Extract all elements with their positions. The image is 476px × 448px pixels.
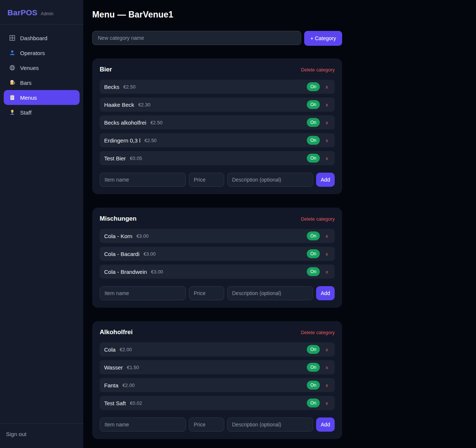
- remove-item-button[interactable]: x: [324, 233, 331, 239]
- category-header: Mischungen Delete category: [100, 215, 335, 223]
- operators-icon: [9, 50, 15, 56]
- sidebar-item-operators[interactable]: Operators: [4, 45, 80, 60]
- menu-item-row: Test Saft €0.02 On x: [100, 396, 335, 410]
- new-category-form: + Category: [92, 31, 342, 46]
- sidebar-item-venues[interactable]: Venues: [4, 60, 80, 75]
- remove-item-button[interactable]: x: [324, 400, 331, 406]
- item-name-input[interactable]: [100, 417, 186, 432]
- item-description-input[interactable]: [227, 173, 313, 187]
- delete-category-button[interactable]: Delete category: [301, 216, 335, 222]
- category-title: Mischungen: [100, 215, 136, 223]
- item-price: €2.30: [138, 102, 151, 108]
- item-price: €2.00: [120, 347, 132, 352]
- item-on-toggle[interactable]: On: [307, 154, 319, 163]
- sidebar-item-label: Bars: [20, 80, 32, 86]
- menu-item-row: Cola €2.00 On x: [100, 342, 335, 356]
- item-on-toggle[interactable]: On: [307, 267, 319, 276]
- sidebar-item-staff[interactable]: Staff: [4, 105, 80, 120]
- category-title: Bier: [100, 66, 112, 73]
- remove-item-button[interactable]: x: [324, 347, 331, 352]
- category-header: Bier Delete category: [100, 66, 335, 73]
- item-name: Test Bier: [104, 155, 126, 161]
- sidebar-item-dashboard[interactable]: Dashboard: [4, 31, 80, 45]
- item-on-toggle[interactable]: On: [307, 231, 319, 240]
- item-on-toggle[interactable]: On: [307, 136, 319, 145]
- menu-item-row: Wasser €1.50 On x: [100, 360, 335, 374]
- item-on-toggle[interactable]: On: [307, 82, 319, 91]
- menus-icon: [9, 95, 15, 101]
- sidebar-footer: Sign out: [0, 423, 83, 448]
- brand-logo: BarPOS: [7, 8, 38, 17]
- category-title: Alkoholfrei: [100, 329, 133, 336]
- item-description-input[interactable]: [227, 286, 313, 300]
- item-name: Test Saft: [104, 400, 126, 406]
- item-on-toggle[interactable]: On: [307, 249, 319, 258]
- item-name-input[interactable]: [100, 173, 186, 187]
- item-rows: Cola - Korn €3.00 On x Cola - Bacardi €3…: [100, 229, 335, 279]
- main-content: Menu — BarVenue1 + Category Bier Delete …: [83, 0, 476, 448]
- item-name: Erdingern 0,3 l: [104, 137, 141, 144]
- delete-category-button[interactable]: Delete category: [301, 330, 335, 335]
- item-price: €3.00: [151, 269, 163, 275]
- item-name-input[interactable]: [100, 286, 186, 300]
- item-rows: Cola €2.00 On x Wasser €1.50 On x Fanta …: [100, 342, 335, 410]
- item-name: Cola - Bacardi: [104, 251, 139, 257]
- remove-item-button[interactable]: x: [324, 138, 331, 143]
- delete-category-button[interactable]: Delete category: [301, 67, 335, 73]
- item-price: €0.05: [130, 156, 142, 161]
- item-name: Becks: [104, 84, 119, 90]
- category-list: Bier Delete category Becks €2.50 On x Ha…: [92, 58, 476, 439]
- category-card: Bier Delete category Becks €2.50 On x Ha…: [92, 58, 342, 194]
- brand-badge: Admin: [41, 11, 54, 16]
- menu-item-row: Haake Beck €2.30 On x: [100, 97, 335, 112]
- add-item-button[interactable]: Add: [316, 173, 335, 187]
- remove-item-button[interactable]: x: [324, 269, 331, 275]
- sidebar: BarPOS Admin Dashboard Operators: [0, 0, 83, 448]
- item-price-input[interactable]: [189, 286, 224, 300]
- item-price: €2.50: [145, 138, 157, 143]
- sidebar-item-label: Dashboard: [20, 35, 47, 41]
- category-card: Mischungen Delete category Cola - Korn €…: [92, 208, 342, 308]
- remove-item-button[interactable]: x: [324, 251, 331, 257]
- add-item-button[interactable]: Add: [316, 417, 335, 432]
- sign-out-button[interactable]: Sign out: [6, 431, 26, 437]
- page-title: Menu — BarVenue1: [92, 10, 476, 20]
- item-on-toggle[interactable]: On: [307, 399, 319, 407]
- item-name: Cola - Brandwein: [104, 269, 147, 275]
- sidebar-item-menus[interactable]: Menus: [4, 90, 80, 105]
- item-name: Haake Beck: [104, 102, 134, 108]
- menu-item-row: Cola - Brandwein €3.00 On x: [100, 265, 335, 279]
- add-item-button[interactable]: Add: [316, 286, 335, 300]
- remove-item-button[interactable]: x: [324, 120, 331, 125]
- staff-icon: [9, 109, 15, 116]
- remove-item-button[interactable]: x: [324, 365, 331, 370]
- remove-item-button[interactable]: x: [324, 102, 331, 108]
- sidebar-item-label: Staff: [20, 109, 32, 116]
- menu-item-row: Becks €2.50 On x: [100, 80, 335, 94]
- item-on-toggle[interactable]: On: [307, 100, 319, 109]
- venues-icon: [9, 65, 15, 71]
- item-description-input[interactable]: [227, 417, 313, 432]
- menu-item-row: Cola - Korn €3.00 On x: [100, 229, 335, 243]
- item-on-toggle[interactable]: On: [307, 118, 319, 127]
- category-header: Alkoholfrei Delete category: [100, 329, 335, 336]
- category-card: Alkoholfrei Delete category Cola €2.00 O…: [92, 321, 342, 439]
- item-price-input[interactable]: [189, 417, 224, 432]
- add-category-button[interactable]: + Category: [304, 31, 342, 46]
- item-on-toggle[interactable]: On: [307, 363, 319, 372]
- remove-item-button[interactable]: x: [324, 156, 331, 161]
- item-on-toggle[interactable]: On: [307, 345, 319, 354]
- new-category-input[interactable]: [92, 31, 301, 45]
- menu-item-row: Erdingern 0,3 l €2.50 On x: [100, 133, 335, 147]
- remove-item-button[interactable]: x: [324, 383, 331, 388]
- new-item-form: Add: [100, 417, 335, 432]
- dashboard-icon: [9, 35, 15, 41]
- item-price-input[interactable]: [189, 173, 224, 187]
- item-price: €2.50: [150, 120, 163, 125]
- remove-item-button[interactable]: x: [324, 84, 331, 90]
- item-price: €2.50: [123, 84, 136, 90]
- sidebar-item-bars[interactable]: Bars: [4, 75, 80, 90]
- item-on-toggle[interactable]: On: [307, 381, 319, 390]
- item-name: Wasser: [104, 364, 123, 371]
- item-name: Cola - Korn: [104, 233, 132, 239]
